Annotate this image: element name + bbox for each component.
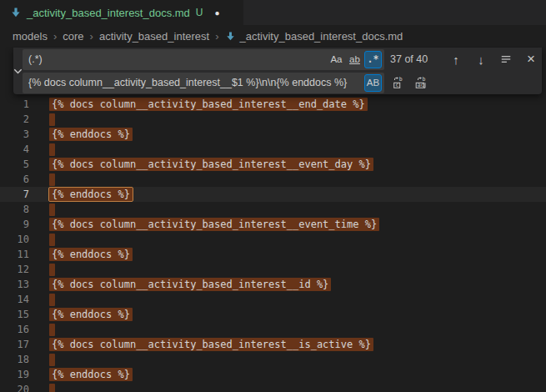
current-find-match: {% enddocs %}: [49, 188, 133, 201]
editor-line: 1{% docs column__activity_based_interest…: [0, 97, 546, 112]
line-number[interactable]: 11: [0, 249, 29, 260]
breadcrumb-core[interactable]: core: [63, 30, 83, 43]
line-number[interactable]: 19: [0, 369, 29, 380]
line-number[interactable]: 16: [0, 324, 29, 335]
line-number[interactable]: 3: [0, 128, 29, 140]
match-case-toggle[interactable]: Aa: [328, 51, 345, 68]
line-number[interactable]: 1: [0, 98, 29, 110]
code-line[interactable]: [29, 204, 55, 216]
replace-button[interactable]: b c: [390, 74, 407, 91]
editor-line: 8: [0, 202, 546, 217]
line-number[interactable]: 2: [0, 113, 29, 125]
editor-line: 9{% docs column__activity_based_interest…: [0, 217, 546, 232]
line-number[interactable]: 6: [0, 173, 29, 185]
code-line[interactable]: {% docs column__activity_based_interest_…: [29, 98, 368, 110]
match-case-label: Aa: [330, 54, 342, 64]
empty-line-match: [49, 264, 55, 276]
breadcrumb-file-label: _activity_based_interest_docs.md: [240, 30, 403, 43]
line-number[interactable]: 8: [0, 204, 29, 215]
code-line[interactable]: {% enddocs %}: [29, 309, 133, 320]
empty-line-match: [49, 234, 55, 246]
editor-line: 5{% docs column__activity_based_interest…: [0, 157, 546, 172]
find-widget: Aa ab .* 37 of 40 ↑ ↓: [13, 48, 542, 94]
breadcrumb-file[interactable]: _activity_based_interest_docs.md: [225, 30, 403, 43]
code-line[interactable]: [29, 264, 55, 276]
code-line[interactable]: {% docs column__activity_based_interest_…: [29, 158, 373, 170]
code-line[interactable]: [29, 354, 55, 366]
markdown-file-icon: [225, 31, 236, 42]
tab-activity-based-interest-docs[interactable]: _activity_based_interest_docs.md U ●: [0, 0, 243, 25]
code-line[interactable]: {% enddocs %}: [29, 188, 133, 200]
editor-line: 15{% enddocs %}: [0, 307, 546, 322]
whole-word-toggle[interactable]: ab: [346, 51, 363, 68]
replace-all-button[interactable]: b ac: [413, 74, 429, 91]
empty-line-match: [49, 384, 55, 392]
empty-line-match: [49, 173, 55, 186]
line-number[interactable]: 18: [0, 354, 29, 365]
editor-line: 19{% enddocs %}: [0, 367, 546, 382]
code-line[interactable]: [29, 324, 55, 336]
preserve-case-toggle[interactable]: AB: [364, 74, 382, 92]
find-nav-buttons: ↑ ↓ ×: [448, 51, 546, 68]
breadcrumb-models[interactable]: models: [13, 30, 48, 43]
code-line[interactable]: {% enddocs %}: [29, 249, 133, 260]
results-count: 37 of 40: [390, 53, 442, 65]
tab-filename: _activity_based_interest_docs.md: [27, 7, 190, 19]
next-match-button[interactable]: ↓: [473, 51, 489, 68]
code-line[interactable]: [29, 113, 55, 126]
code-line[interactable]: [29, 143, 55, 156]
breadcrumb: models › core › activity_based_interest …: [0, 25, 546, 47]
code-line[interactable]: {% docs column__activity_based_interest_…: [29, 219, 379, 230]
editor-line: 10: [0, 232, 546, 247]
find-match: {% docs column__activity_based_interest_…: [49, 158, 373, 171]
editor-lines: 1{% docs column__activity_based_interest…: [0, 97, 546, 392]
editor-line: 2: [0, 112, 546, 127]
tab-strip: _activity_based_interest_docs.md U ●: [0, 0, 546, 25]
regex-toggle[interactable]: .*: [364, 51, 382, 68]
code-line[interactable]: {% docs column__activity_based_interest_…: [29, 279, 331, 290]
line-number[interactable]: 12: [0, 264, 29, 275]
line-number[interactable]: 17: [0, 339, 29, 350]
line-number[interactable]: 13: [0, 279, 29, 290]
line-number[interactable]: 5: [0, 158, 29, 170]
regex-label: .*: [368, 53, 379, 65]
code-line[interactable]: {% docs column__activity_based_interest_…: [29, 339, 373, 350]
code-line[interactable]: [29, 384, 55, 392]
find-match: {% docs column__activity_based_interest_…: [49, 338, 373, 351]
replace-input[interactable]: [23, 77, 363, 88]
chevron-down-icon: [13, 67, 23, 76]
editor-line: 13{% docs column__activity_based_interes…: [0, 277, 546, 292]
line-number[interactable]: 14: [0, 294, 29, 305]
line-number[interactable]: 7: [0, 188, 29, 200]
replace-row: AB b c b: [23, 73, 546, 93]
empty-line-match: [49, 143, 55, 156]
code-line[interactable]: [29, 173, 55, 186]
replace-input-group: AB: [23, 73, 384, 93]
find-row: Aa ab .* 37 of 40 ↑ ↓: [23, 49, 546, 70]
line-number[interactable]: 20: [0, 384, 29, 392]
line-number[interactable]: 15: [0, 309, 29, 320]
find-in-selection-icon: [500, 53, 512, 65]
find-in-selection-button[interactable]: [498, 51, 514, 68]
line-number[interactable]: 10: [0, 234, 29, 245]
close-find-widget-button[interactable]: ×: [523, 51, 539, 68]
editor: 1{% docs column__activity_based_interest…: [0, 47, 546, 392]
replace-all-icon: b ac: [414, 76, 428, 89]
find-input[interactable]: [23, 53, 327, 65]
modified-dot-close-button[interactable]: ●: [215, 8, 220, 18]
replace-icon: b c: [392, 76, 405, 89]
code-line[interactable]: [29, 234, 55, 246]
breadcrumb-activity-based-interest[interactable]: activity_based_interest: [99, 30, 209, 43]
code-line[interactable]: {% enddocs %}: [29, 128, 133, 140]
breadcrumb-separator: ›: [90, 30, 93, 43]
toggle-replace-button[interactable]: [13, 48, 23, 94]
code-line[interactable]: {% enddocs %}: [29, 369, 133, 380]
code-line[interactable]: [29, 294, 55, 306]
editor-line: 11{% enddocs %}: [0, 247, 546, 262]
find-match: {% enddocs %}: [49, 248, 133, 261]
line-number[interactable]: 4: [0, 143, 29, 155]
markdown-file-icon: [10, 7, 22, 18]
breadcrumb-separator: ›: [53, 30, 57, 43]
previous-match-button[interactable]: ↑: [448, 51, 464, 68]
line-number[interactable]: 9: [0, 219, 29, 230]
